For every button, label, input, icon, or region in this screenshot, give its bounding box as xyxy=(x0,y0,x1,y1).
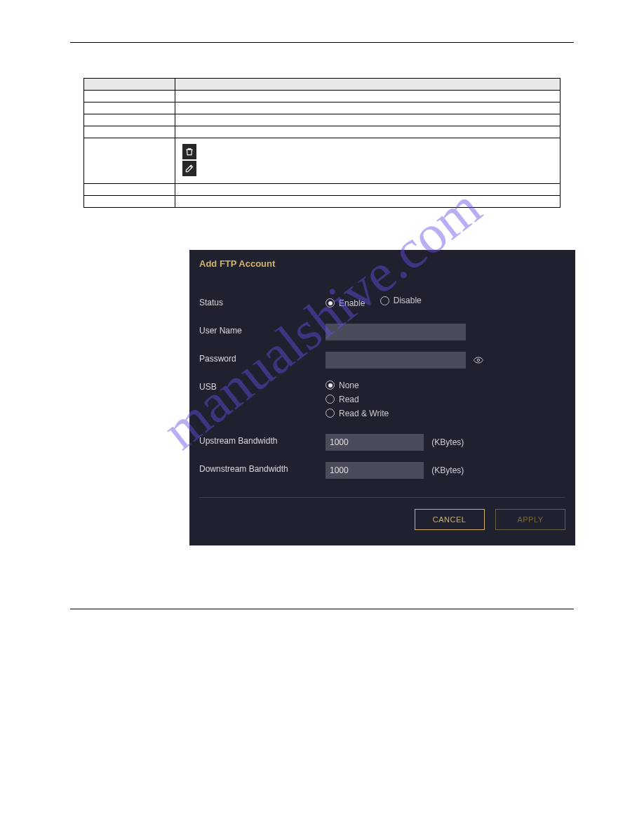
radio-usb-rw[interactable]: Read & Write xyxy=(326,409,389,418)
table-cell xyxy=(175,114,561,126)
radio-mark-icon xyxy=(326,380,335,390)
show-password-icon[interactable] xyxy=(472,354,485,366)
upstream-input[interactable] xyxy=(326,434,424,451)
add-ftp-account-dialog: Add FTP Account Status Enable Disable Us… xyxy=(189,250,575,545)
table-header-1 xyxy=(175,79,561,91)
table-row xyxy=(84,114,561,126)
radio-disable[interactable]: Disable xyxy=(380,296,422,305)
dialog-divider xyxy=(199,497,565,498)
radio-usb-none-label: None xyxy=(339,380,359,390)
trash-icon xyxy=(182,144,196,159)
table-cell xyxy=(84,126,175,138)
upstream-label: Upstream Bandwidth xyxy=(199,434,326,446)
password-input[interactable] xyxy=(326,352,466,369)
table-row xyxy=(84,138,561,184)
radio-usb-read-label: Read xyxy=(339,395,359,404)
table-cell xyxy=(175,184,561,196)
field-row-upstream: Upstream Bandwidth (KBytes) xyxy=(189,428,575,456)
username-label: User Name xyxy=(199,324,326,336)
page-top-rule xyxy=(70,42,574,43)
radio-mark-icon xyxy=(326,298,335,307)
upstream-unit: (KBytes) xyxy=(431,437,464,447)
radio-usb-read[interactable]: Read xyxy=(326,395,359,404)
table-cell xyxy=(175,126,561,138)
field-row-status: Status Enable Disable xyxy=(189,290,575,318)
table-header-0 xyxy=(84,79,175,91)
table-cell xyxy=(175,91,561,102)
field-row-usb: USB None Read Read & Write xyxy=(189,374,575,428)
field-row-username: User Name xyxy=(189,318,575,346)
downstream-label: Downstream Bandwidth xyxy=(199,462,326,474)
cancel-button[interactable]: CANCEL xyxy=(415,509,485,530)
table-row xyxy=(84,196,561,208)
radio-enable[interactable]: Enable xyxy=(326,298,365,308)
table-cell xyxy=(84,102,175,114)
downstream-unit: (KBytes) xyxy=(431,465,464,475)
radio-mark-icon xyxy=(380,296,389,305)
table-row xyxy=(84,184,561,196)
table-row xyxy=(84,102,561,114)
usb-label: USB xyxy=(199,380,326,392)
svg-point-0 xyxy=(478,359,480,362)
table-cell xyxy=(175,138,561,184)
radio-mark-icon xyxy=(326,395,335,404)
table-row xyxy=(84,91,561,102)
table-cell xyxy=(84,114,175,126)
radio-disable-label: Disable xyxy=(394,296,422,305)
table-cell xyxy=(175,102,561,114)
dialog-title: Add FTP Account xyxy=(189,250,575,290)
table-cell xyxy=(84,184,175,196)
field-row-password: Password xyxy=(189,346,575,374)
radio-mark-icon xyxy=(326,409,335,418)
edit-icon xyxy=(182,161,196,176)
description-table xyxy=(83,78,561,208)
status-label: Status xyxy=(199,296,326,307)
radio-usb-none[interactable]: None xyxy=(326,380,359,390)
radio-enable-label: Enable xyxy=(339,298,365,308)
table-cell xyxy=(84,196,175,208)
field-row-downstream: Downstream Bandwidth (KBytes) xyxy=(189,456,575,484)
table-cell xyxy=(175,196,561,208)
password-label: Password xyxy=(199,352,326,364)
table-cell xyxy=(84,138,175,184)
radio-usb-rw-label: Read & Write xyxy=(339,409,389,418)
username-input[interactable] xyxy=(326,324,466,340)
table-cell xyxy=(84,91,175,102)
apply-button[interactable]: APPLY xyxy=(495,509,565,530)
downstream-input[interactable] xyxy=(326,462,424,479)
page-bottom-rule xyxy=(70,609,574,609)
table-row xyxy=(84,126,561,138)
